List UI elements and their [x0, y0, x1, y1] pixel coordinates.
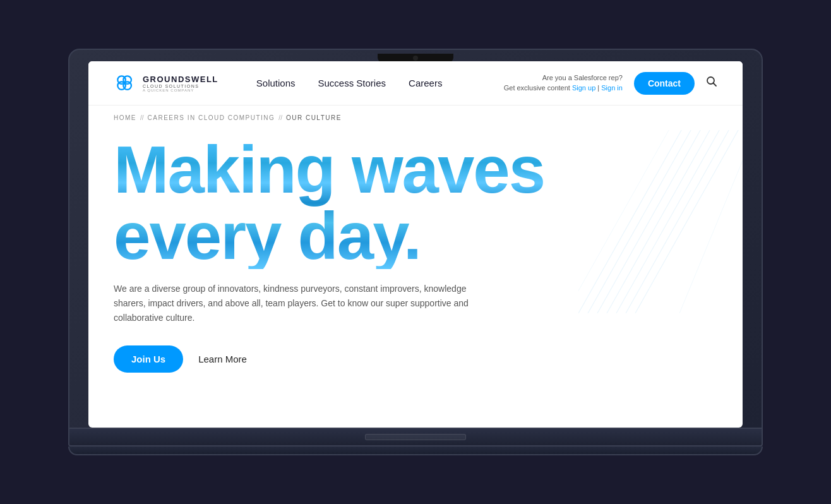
- nav-careers[interactable]: Careers: [409, 78, 442, 88]
- laptop-shell: GROUNDSWELL CLOUD SOLUTIONS a Quicken co…: [68, 49, 763, 455]
- hero-description: We are a diverse group of innovators, ki…: [114, 282, 480, 325]
- signup-link[interactable]: Sign up: [572, 84, 595, 92]
- logo-text: GROUNDSWELL CLOUD SOLUTIONS a Quicken co…: [143, 75, 218, 92]
- svg-line-10: [607, 130, 720, 313]
- learn-more-link[interactable]: Learn More: [198, 354, 247, 364]
- logo-sub: CLOUD SOLUTIONS: [143, 84, 218, 88]
- search-icon: [706, 76, 717, 87]
- hero-heading: Making waves every day.: [114, 136, 606, 269]
- screen: GROUNDSWELL CLOUD SOLUTIONS a Quicken co…: [88, 61, 743, 428]
- hero-heading-line2: every day.: [114, 199, 421, 273]
- join-us-button[interactable]: Join Us: [114, 345, 183, 373]
- breadcrumb-careers[interactable]: CAREERS IN CLOUD COMPUTING: [148, 114, 275, 121]
- laptop-bottom: [68, 429, 763, 447]
- logo-sub2: a Quicken company: [143, 88, 218, 92]
- search-button[interactable]: [706, 76, 717, 90]
- nav-solutions[interactable]: Solutions: [256, 78, 296, 88]
- pipe: |: [597, 84, 599, 92]
- svg-line-6: [616, 130, 730, 313]
- navbar: GROUNDSWELL CLOUD SOLUTIONS a Quicken co…: [88, 61, 743, 105]
- breadcrumb-sep-2: //: [278, 114, 282, 121]
- logo-name: GROUNDSWELL: [143, 75, 218, 84]
- camera: [413, 56, 418, 61]
- cta-row: Join Us Learn More: [114, 345, 717, 373]
- main-content: Making waves every day. We are a diverse…: [88, 130, 743, 398]
- svg-line-14: [679, 130, 743, 313]
- sf-line2: Get exclusive content Sign up | Sign in: [504, 83, 623, 93]
- laptop-base: [68, 447, 763, 455]
- signin-link[interactable]: Sign in: [601, 84, 623, 92]
- logo[interactable]: GROUNDSWELL CLOUD SOLUTIONS a Quicken co…: [114, 72, 218, 95]
- contact-button[interactable]: Contact: [634, 72, 695, 95]
- sf-line2-text: Get exclusive content: [504, 84, 570, 92]
- svg-line-7: [626, 130, 739, 313]
- breadcrumb-sep-1: //: [140, 114, 144, 121]
- svg-point-3: [123, 81, 131, 90]
- hero-heading-line1: Making waves: [114, 133, 544, 207]
- svg-line-8: [635, 130, 743, 313]
- trackpad[interactable]: [365, 434, 466, 440]
- nav-success-stories[interactable]: Success Stories: [318, 78, 386, 88]
- svg-line-9: [597, 130, 711, 313]
- laptop-top: GROUNDSWELL CLOUD SOLUTIONS a Quicken co…: [68, 49, 763, 429]
- nav-right: Are you a Salesforce rep? Get exclusive …: [504, 72, 717, 95]
- svg-line-5: [714, 83, 717, 87]
- sf-line1: Are you a Salesforce rep?: [504, 73, 623, 83]
- nav-links: Solutions Success Stories Careers: [256, 78, 504, 88]
- breadcrumb-culture[interactable]: OUR CULTURE: [286, 114, 342, 121]
- salesforce-text: Are you a Salesforce rep? Get exclusive …: [504, 73, 623, 93]
- breadcrumb-home[interactable]: HOME: [114, 114, 136, 121]
- breadcrumb: HOME // CAREERS IN CLOUD COMPUTING // OU…: [88, 105, 743, 130]
- logo-icon: [114, 72, 136, 95]
